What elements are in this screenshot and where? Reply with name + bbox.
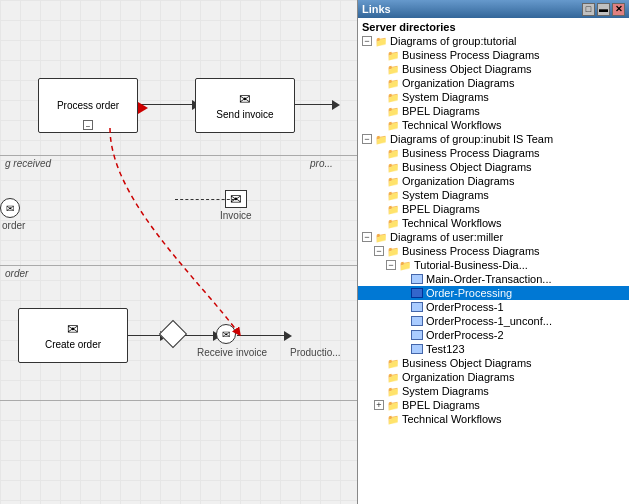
swim-label-received: g received [5,158,51,169]
gateway-after-create [159,320,187,348]
tutorial-biz-label: Tutorial-Business-Dia... [414,259,528,271]
bpd-miller-icon: 📁 [386,245,400,257]
bod-miller[interactable]: 📁 Business Object Diagrams [358,356,629,370]
orderprocess-2-label: OrderProcess-2 [426,329,504,341]
od-miller-icon: 📁 [386,371,400,383]
bod-inubit[interactable]: 📁 Business Object Diagrams [358,160,629,174]
pin-button[interactable]: ▬ [597,3,610,16]
receive-invoice-event: ✉ [216,324,236,344]
od-inubit[interactable]: 📁 Organization Diagrams [358,174,629,188]
toggle-tutorial-biz[interactable]: − [386,260,396,270]
toggle-bpd-miller[interactable]: − [374,246,384,256]
orderprocess-1-item[interactable]: OrderProcess-1 [358,300,629,314]
bpd-inubit-icon: 📁 [386,147,400,159]
bod-inubit-icon: 📁 [386,161,400,173]
sd-inubit-label: System Diagrams [402,189,489,201]
bpel-inubit-label: BPEL Diagrams [402,203,480,215]
swim-label-pro: pro... [310,158,333,169]
links-content[interactable]: Server directories − 📁 Diagrams of group… [358,18,629,504]
order-processing-label: Order-Processing [426,287,512,299]
bod-tutorial-icon: 📁 [386,63,400,75]
toggle-bpel-miller[interactable]: + [374,400,384,410]
orderprocess-2-item[interactable]: OrderProcess-2 [358,328,629,342]
group-miller[interactable]: − 📁 Diagrams of user:miller [358,230,629,244]
bpd-inubit[interactable]: 📁 Business Process Diagrams [358,146,629,160]
diagram-area: g received pro... order Process order – … [0,0,362,504]
bpel-tutorial-label: BPEL Diagrams [402,105,480,117]
links-panel: Links □ ▬ ✕ Server directories − 📁 Diagr… [357,0,629,504]
create-order-label: Create order [45,339,101,350]
bpd-tutorial-icon: 📁 [386,49,400,61]
test123-label: Test123 [426,343,465,355]
od-tutorial[interactable]: 📁 Organization Diagrams [358,76,629,90]
envelope-create: ✉ [67,321,79,337]
bod-inubit-label: Business Object Diagrams [402,161,532,173]
send-invoice-box[interactable]: ✉ Send invoice [195,78,295,133]
restore-button[interactable]: □ [582,3,595,16]
bpd-tutorial[interactable]: 📁 Business Process Diagrams [358,48,629,62]
swim-label-order: order [5,268,28,279]
server-directories-header: Server directories [358,20,629,34]
create-order-box[interactable]: ✉ Create order [18,308,128,363]
invoice-area: Invoice [220,210,252,221]
tw-miller-label: Technical Workflows [402,413,501,425]
orderprocess-1u-item[interactable]: OrderProcess-1_unconf... [358,314,629,328]
orderprocess-1u-label: OrderProcess-1_unconf... [426,315,552,327]
sd-inubit[interactable]: 📁 System Diagrams [358,188,629,202]
tutorial-biz-folder[interactable]: − 📁 Tutorial-Business-Dia... [358,258,629,272]
od-inubit-label: Organization Diagrams [402,175,515,187]
toggle-tutorial[interactable]: − [362,36,372,46]
group-tutorial-icon: 📁 [374,35,388,47]
od-miller[interactable]: 📁 Organization Diagrams [358,370,629,384]
process-order-box[interactable]: Process order – [38,78,138,133]
tutorial-biz-icon: 📁 [398,259,412,271]
tw-inubit-icon: 📁 [386,217,400,229]
group-tutorial[interactable]: − 📁 Diagrams of group:tutorial [358,34,629,48]
bpel-miller-icon: 📁 [386,399,400,411]
bpd-miller[interactable]: − 📁 Business Process Diagrams [358,244,629,258]
sd-miller-icon: 📁 [386,385,400,397]
toggle-inubit[interactable]: − [362,134,372,144]
tw-inubit[interactable]: 📁 Technical Workflows [358,216,629,230]
envelope-send: ✉ [239,91,251,107]
arrow-after-send [332,100,340,110]
bod-tutorial-label: Business Object Diagrams [402,63,532,75]
send-invoice-label: Send invoice [216,109,273,120]
close-button[interactable]: ✕ [612,3,625,16]
tw-tutorial-label: Technical Workflows [402,119,501,131]
connector-2 [295,104,335,105]
connector-create [128,335,163,336]
dashed-arrow-svg [0,0,362,504]
main-order-icon [410,273,424,285]
orderprocess-2-icon [410,329,424,341]
tw-miller[interactable]: 📁 Technical Workflows [358,412,629,426]
main-order-item[interactable]: Main-Order-Transaction... [358,272,629,286]
expand-process-order[interactable]: – [83,120,93,130]
left-order-label: order [2,220,25,231]
bpel-inubit[interactable]: 📁 BPEL Diagrams [358,202,629,216]
sd-miller[interactable]: 📁 System Diagrams [358,384,629,398]
bpel-miller[interactable]: + 📁 BPEL Diagrams [358,398,629,412]
connector-ri [237,335,287,336]
links-title: Links [362,3,391,15]
bpel-tutorial-icon: 📁 [386,105,400,117]
group-inubit[interactable]: − 📁 Diagrams of group:inubit IS Team [358,132,629,146]
group-tutorial-label: Diagrams of group:tutorial [390,35,517,47]
od-tutorial-icon: 📁 [386,77,400,89]
bod-tutorial[interactable]: 📁 Business Object Diagrams [358,62,629,76]
toggle-miller[interactable]: − [362,232,372,242]
invoice-label: Invoice [220,210,252,221]
sd-tutorial[interactable]: 📁 System Diagrams [358,90,629,104]
sd-tutorial-icon: 📁 [386,91,400,103]
dashed-line-invoice [175,199,235,200]
sd-inubit-icon: 📁 [386,189,400,201]
tw-miller-icon: 📁 [386,413,400,425]
bpel-tutorial[interactable]: 📁 BPEL Diagrams [358,104,629,118]
order-processing-item[interactable]: Order-Processing [358,286,629,300]
process-order-label: Process order [57,100,119,111]
group-inubit-icon: 📁 [374,133,388,145]
test123-item[interactable]: Test123 [358,342,629,356]
sd-tutorial-label: System Diagrams [402,91,489,103]
group-miller-icon: 📁 [374,231,388,243]
tw-tutorial[interactable]: 📁 Technical Workflows [358,118,629,132]
